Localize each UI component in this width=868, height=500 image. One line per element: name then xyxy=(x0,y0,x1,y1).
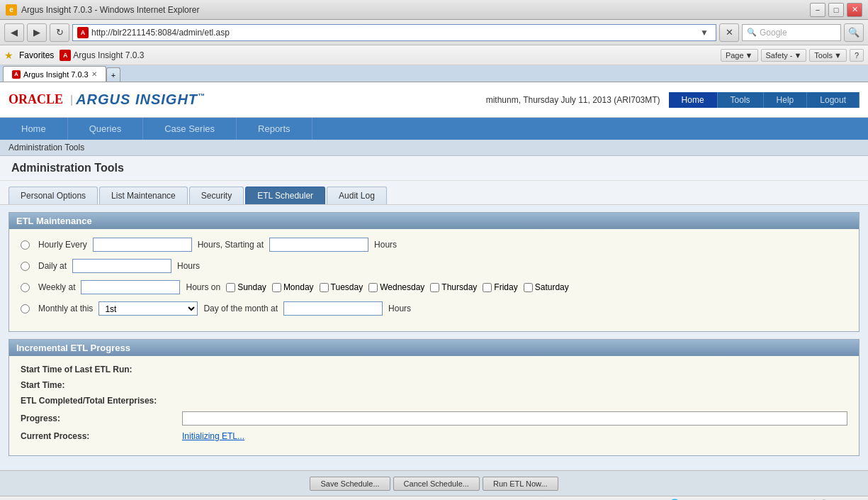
saturday-checkbox-label: Saturday xyxy=(524,282,569,292)
tab-queries[interactable]: Queries xyxy=(68,118,144,140)
last-run-label: Start Time of Last ETL Run: xyxy=(21,365,176,374)
subtab-etl-scheduler[interactable]: ETL Scheduler xyxy=(245,187,325,204)
fav-item-argus[interactable]: A Argus Insight 7.0.3 xyxy=(60,50,144,61)
hours-label1: Hours xyxy=(374,240,397,250)
search-go-btn[interactable]: 🔍 xyxy=(844,23,864,42)
app-body: ETL Maintenance Hourly Every Hours, Star… xyxy=(0,205,868,496)
status-bar: Done 🌐 Local intranet | Protected Mode: … xyxy=(0,496,868,500)
stop-btn[interactable]: ✕ xyxy=(719,23,739,42)
subtab-security[interactable]: Security xyxy=(189,187,244,204)
content-area: ETL Maintenance Hourly Every Hours, Star… xyxy=(0,205,868,470)
browser-title: Argus Insight 7.0.3 - Windows Internet E… xyxy=(21,5,199,15)
subtab-audit-log[interactable]: Audit Log xyxy=(327,187,387,204)
save-schedule-btn[interactable]: Save Schedule... xyxy=(310,477,390,491)
site-icon: A xyxy=(77,27,89,38)
daily-value-input[interactable] xyxy=(72,259,171,273)
page-title-text: Administration Tools xyxy=(11,162,124,174)
help-btn[interactable]: ? xyxy=(850,49,864,62)
restore-btn[interactable]: □ xyxy=(828,3,844,17)
address-text: http://blr2211145:8084/admin/etl.asp xyxy=(91,28,697,38)
fav-item-label: Argus Insight 7.0.3 xyxy=(73,50,144,60)
search-bar[interactable]: 🔍 Google xyxy=(742,24,841,41)
daily-radio[interactable] xyxy=(21,262,30,271)
progress-row: Progress: xyxy=(21,411,847,426)
monthly-radio[interactable] xyxy=(21,304,30,313)
hourly-label: Hourly Every xyxy=(38,240,87,250)
header-nav-logout[interactable]: Logout xyxy=(807,92,859,108)
hourly-radio[interactable] xyxy=(21,240,30,250)
header-nav-help[interactable]: Help xyxy=(764,92,808,108)
browser-titlebar: e Argus Insight 7.0.3 - Windows Internet… xyxy=(0,0,868,20)
weekly-row: Weekly at Hours on Sunday Monday Tuesday xyxy=(21,280,847,294)
incremental-etl-header: Incremental ETL Progress xyxy=(9,340,859,356)
tab-label: Argus Insight 7.0.3 xyxy=(23,70,89,79)
daily-row: Daily at Hours xyxy=(21,259,847,273)
header-user: mithunm, Thursday July 11, 2013 (ARI703M… xyxy=(486,95,660,105)
cancel-schedule-btn[interactable]: Cancel Schedule... xyxy=(393,477,480,491)
breadcrumb: Administration Tools xyxy=(0,140,868,156)
tuesday-checkbox-label: Tuesday xyxy=(320,282,363,292)
forward-btn[interactable]: ▶ xyxy=(27,23,47,42)
completed-row: ETL Completed/Total Enterprises: xyxy=(21,396,847,406)
minimize-btn[interactable]: − xyxy=(810,3,825,17)
tab-close-icon[interactable]: ✕ xyxy=(91,70,97,78)
favorites-label[interactable]: Favorites xyxy=(19,50,54,60)
sunday-checkbox[interactable] xyxy=(226,283,235,292)
etl-maintenance-header: ETL Maintenance xyxy=(9,213,859,229)
address-bar[interactable]: A http://blr2211145:8084/admin/etl.asp ▼ xyxy=(72,24,716,41)
subtab-personal-options[interactable]: Personal Options xyxy=(9,187,98,204)
run-etl-btn[interactable]: Run ETL Now... xyxy=(483,477,558,491)
tools-btn[interactable]: Tools▼ xyxy=(809,49,847,62)
header-nav: Home Tools Help Logout xyxy=(669,92,859,108)
browser-tab-argus[interactable]: A Argus Insight 7.0.3 ✕ xyxy=(3,66,106,82)
hourly-value-input[interactable] xyxy=(93,238,192,252)
tab-bar: A Argus Insight 7.0.3 ✕ + xyxy=(0,65,868,82)
subtab-list-maintenance[interactable]: List Maintenance xyxy=(99,187,188,204)
app-name: ARGUS INSIGHT™ xyxy=(76,91,205,108)
start-time-row: Start Time: xyxy=(21,380,847,390)
wednesday-checkbox-label: Wednesday xyxy=(368,282,424,292)
tab-reports[interactable]: Reports xyxy=(237,118,312,140)
tab-case-series[interactable]: Case Series xyxy=(143,118,237,140)
ie-icon: e xyxy=(6,4,17,16)
header-nav-tools[interactable]: Tools xyxy=(718,92,764,108)
monthly-time-input[interactable] xyxy=(283,301,383,316)
weekly-label: Weekly at xyxy=(38,282,75,292)
thursday-checkbox[interactable] xyxy=(430,283,439,292)
monthly-row: Monthly at this 1st2nd3rd4thLast Day of … xyxy=(21,301,847,316)
progress-label: Progress: xyxy=(21,413,176,423)
main-nav: Home Queries Case Series Reports xyxy=(0,118,868,140)
sub-tabs: Personal Options List Maintenance Securi… xyxy=(0,181,868,205)
tuesday-checkbox[interactable] xyxy=(320,283,329,292)
monthly-dropdown[interactable]: 1st2nd3rd4thLast xyxy=(98,301,198,316)
weekly-radio[interactable] xyxy=(21,283,30,292)
back-btn[interactable]: ◀ xyxy=(4,23,24,42)
monday-checkbox-label: Monday xyxy=(272,282,314,292)
weekly-value-input[interactable] xyxy=(81,280,180,294)
header-nav-home[interactable]: Home xyxy=(669,92,718,108)
footer-bar: Save Schedule... Cancel Schedule... Run … xyxy=(0,470,868,496)
close-btn[interactable]: ✕ xyxy=(847,3,862,17)
page-btn[interactable]: Page▼ xyxy=(721,49,758,62)
friday-checkbox[interactable] xyxy=(483,283,492,292)
safety-btn[interactable]: Safety -▼ xyxy=(761,49,807,62)
search-placeholder: Google xyxy=(760,28,787,38)
etl-maintenance-body: Hourly Every Hours, Starting at Hours Da… xyxy=(9,229,859,331)
monday-checkbox[interactable] xyxy=(272,283,281,292)
hourly-start-input[interactable] xyxy=(269,238,368,252)
tab-home[interactable]: Home xyxy=(0,118,68,140)
wednesday-checkbox[interactable] xyxy=(368,283,378,292)
new-tab-btn[interactable]: + xyxy=(106,67,120,82)
hours-label3: Hours xyxy=(388,304,411,313)
etl-maintenance-section: ETL Maintenance Hourly Every Hours, Star… xyxy=(9,212,859,332)
oracle-logo: ORACLE xyxy=(9,92,63,107)
incremental-etl-body: Start Time of Last ETL Run: Start Time: … xyxy=(9,356,859,455)
hours-on-label: Hours on xyxy=(186,282,220,292)
refresh-btn[interactable]: ↻ xyxy=(50,23,69,42)
start-time-label: Start Time: xyxy=(21,380,176,390)
window-controls: − □ ✕ xyxy=(810,3,862,17)
saturday-checkbox[interactable] xyxy=(524,283,533,292)
friday-checkbox-label: Friday xyxy=(483,282,517,292)
progress-bar xyxy=(182,411,847,426)
monthly-label: Monthly at this xyxy=(38,304,93,313)
